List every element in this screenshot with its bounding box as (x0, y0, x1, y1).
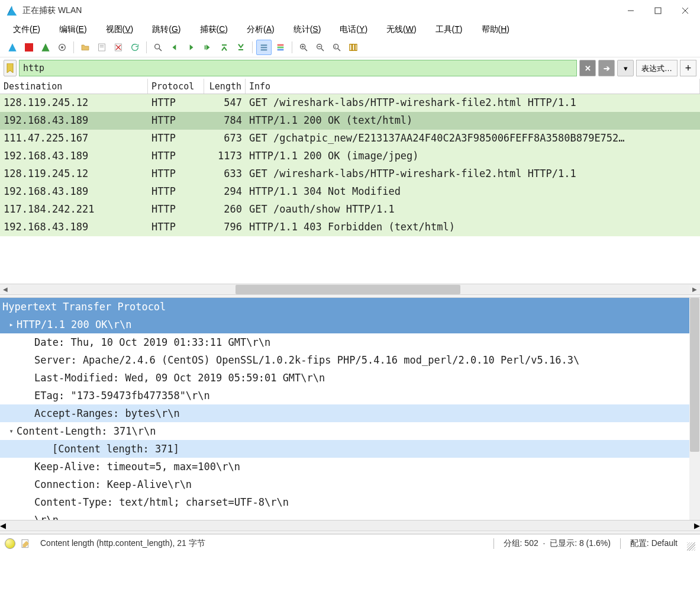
detail-keepalive[interactable]: Keep-Alive: timeout=5, max=100\r\n (0, 458, 700, 476)
details-hscroll[interactable]: ◀ ▶ (0, 520, 700, 531)
menu-e[interactable]: 编辑(E) (50, 22, 96, 37)
expression-button[interactable]: 表达式… (636, 60, 678, 76)
stop-capture-button[interactable] (21, 40, 37, 55)
scroll-right-arrow[interactable]: ▶ (694, 521, 700, 530)
packet-list-hscroll[interactable]: ◀ ▶ (0, 284, 700, 294)
menu-t[interactable]: 工具(T) (426, 22, 472, 37)
auto-scroll-button[interactable] (256, 40, 272, 55)
packet-row[interactable]: 128.119.245.12HTTP547GET /wireshark-labs… (0, 94, 700, 112)
go-next-button[interactable] (183, 40, 199, 55)
chevron-right-icon: ▸ (6, 320, 17, 329)
scroll-left-arrow[interactable]: ◀ (0, 285, 11, 294)
go-previous-button[interactable] (167, 40, 182, 55)
start-capture-button[interactable] (5, 40, 20, 55)
menu-y[interactable]: 电话(Y) (330, 22, 377, 37)
reload-button[interactable] (127, 40, 143, 55)
detail-date[interactable]: Date: Thu, 10 Oct 2019 01:33:11 GMT\r\n (0, 333, 700, 351)
detail-etag[interactable]: ETag: "173-59473fb477358"\r\n (0, 387, 700, 404)
detail-status-line[interactable]: ▸HTTP/1.1 200 OK\r\n (0, 316, 700, 333)
apply-filter-button[interactable]: ➔ (598, 60, 615, 76)
packet-row[interactable]: 111.47.225.167HTTP673GET /gchatpic_new/E… (0, 130, 700, 147)
zoom-reset-button[interactable]: 1 (329, 40, 344, 55)
cell-length: 547 (204, 94, 246, 112)
svg-line-25 (305, 49, 307, 51)
packet-row[interactable]: 192.168.43.189HTTP1173HTTP/1.1 200 OK (i… (0, 147, 700, 165)
column-destination[interactable]: Destination (0, 79, 148, 94)
svg-rect-8 (100, 45, 104, 46)
cell-info: GET /wireshark-labs/HTTP-wireshark-file2… (246, 94, 700, 112)
menu-f[interactable]: 文件(F) (4, 22, 50, 37)
cell-protocol: HTTP (148, 165, 204, 183)
save-file-button[interactable] (94, 40, 109, 55)
menu-s[interactable]: 统计(S) (284, 22, 331, 37)
cell-info: HTTP/1.1 200 OK (image/jpeg) (246, 147, 700, 165)
colorize-button[interactable] (273, 40, 288, 55)
detail-root[interactable]: ▾Hypertext Transfer Protocol (0, 298, 700, 316)
packet-row[interactable]: 128.119.245.12HTTP633GET /wireshark-labs… (0, 165, 700, 183)
packet-row[interactable]: 192.168.43.189HTTP294HTTP/1.1 304 Not Mo… (0, 183, 700, 201)
capture-options-button[interactable] (54, 40, 70, 55)
zoom-out-button[interactable] (312, 40, 328, 55)
go-first-button[interactable] (217, 40, 232, 55)
menu-v[interactable]: 视图(V) (96, 22, 143, 37)
detail-connection[interactable]: Connection: Keep-Alive\r\n (0, 476, 700, 493)
detail-server[interactable]: Server: Apache/2.4.6 (CentOS) OpenSSL/1.… (0, 351, 700, 369)
cell-destination: 192.168.43.189 (0, 147, 148, 165)
packet-row[interactable]: 192.168.43.189HTTP796HTTP/1.1 403 Forbid… (0, 219, 700, 236)
svg-rect-20 (261, 49, 267, 50)
go-to-packet-button[interactable] (200, 40, 215, 55)
expert-info-icon[interactable] (5, 538, 15, 549)
cell-protocol: HTTP (148, 183, 204, 201)
resize-columns-button[interactable] (346, 40, 361, 55)
toolbar-separator (252, 41, 253, 53)
display-filter-field[interactable] (20, 63, 576, 73)
go-last-button[interactable] (233, 40, 249, 55)
close-button[interactable] (672, 1, 699, 20)
menu-w[interactable]: 无线(W) (377, 22, 426, 37)
detail-accept-ranges[interactable]: Accept-Ranges: bytes\r\n (0, 404, 700, 422)
minimize-button[interactable] (617, 1, 644, 20)
scroll-thumb[interactable] (236, 285, 460, 294)
detail-content-type[interactable]: Content-Type: text/html; charset=UTF-8\r… (0, 493, 700, 511)
menu-g[interactable]: 跳转(G) (143, 22, 190, 37)
details-vscroll[interactable] (689, 298, 700, 520)
details-scroll-thumb[interactable] (690, 298, 699, 452)
close-file-button[interactable] (111, 40, 126, 55)
packet-row[interactable]: 117.184.242.221HTTP260GET /oauth/show HT… (0, 201, 700, 219)
zoom-in-button[interactable] (296, 40, 311, 55)
cell-info: GET /gchatpic_new/E213137AA24F40C2A3F985… (246, 130, 700, 147)
scroll-track[interactable] (6, 521, 694, 531)
scroll-left-arrow[interactable]: ◀ (0, 521, 6, 530)
cell-info: HTTP/1.1 304 Not Modified (246, 183, 700, 201)
display-filter-input[interactable] (19, 60, 577, 76)
detail-lastmod[interactable]: Last-Modified: Wed, 09 Oct 2019 05:59:01… (0, 369, 700, 387)
cell-destination: 192.168.43.189 (0, 219, 148, 236)
filter-history-button[interactable]: ▾ (617, 60, 634, 76)
cell-protocol: HTTP (148, 112, 204, 130)
detail-content-length[interactable]: ▾Content-Length: 371\r\n (0, 422, 700, 440)
resize-grip[interactable] (687, 542, 695, 551)
scroll-right-arrow[interactable]: ▶ (689, 285, 700, 294)
find-packet-button[interactable] (150, 40, 166, 55)
open-file-button[interactable] (78, 40, 93, 55)
status-profile[interactable]: 配置: Default (625, 538, 682, 549)
filter-bookmark-button[interactable] (4, 60, 17, 76)
column-protocol[interactable]: Protocol (148, 79, 204, 94)
scroll-track[interactable] (11, 285, 689, 294)
cell-protocol: HTTP (148, 94, 204, 112)
packet-row[interactable]: 192.168.43.189HTTP784HTTP/1.1 200 OK (te… (0, 112, 700, 130)
menu-c[interactable]: 捕获(C) (191, 22, 237, 37)
maximize-button[interactable] (644, 1, 672, 20)
packet-list[interactable]: 128.119.245.12HTTP547GET /wireshark-labs… (0, 94, 700, 284)
restart-capture-button[interactable] (38, 40, 53, 55)
detail-content-length-value[interactable]: [Content length: 371] (0, 440, 700, 458)
edit-note-icon[interactable] (20, 538, 31, 549)
add-filter-button[interactable]: + (680, 60, 696, 76)
detail-crlf[interactable]: \r\n (0, 511, 700, 520)
menu-h[interactable]: 帮助(H) (472, 22, 519, 37)
menu-a[interactable]: 分析(A) (237, 22, 284, 37)
clear-filter-button[interactable]: ✕ (579, 60, 596, 76)
column-length[interactable]: Length (204, 79, 246, 94)
packet-details[interactable]: ▾Hypertext Transfer Protocol ▸HTTP/1.1 2… (0, 298, 700, 520)
column-info[interactable]: Info (246, 79, 700, 94)
